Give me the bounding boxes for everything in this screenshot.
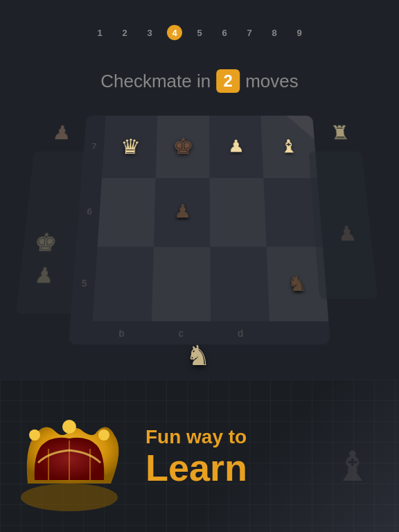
promo-area: Fun way to Learn ♝: [0, 380, 399, 532]
svg-point-0: [21, 484, 118, 511]
page-1[interactable]: 1: [92, 25, 107, 40]
page-5[interactable]: 5: [192, 25, 207, 40]
piece-white-bishop: ♝: [279, 136, 299, 157]
cell-d5[interactable]: [210, 247, 269, 321]
piece-dark-knight: ♞: [286, 271, 307, 296]
svg-point-3: [98, 429, 109, 441]
promo-text: Fun way to Learn: [145, 425, 247, 486]
piece-white-pawn-d7: ♟: [227, 136, 244, 157]
page-6[interactable]: 6: [217, 25, 232, 40]
page-7[interactable]: 7: [242, 25, 257, 40]
moves-number: 2: [216, 69, 240, 93]
piece-dark-king: ♚: [172, 134, 194, 159]
cell-c5[interactable]: [152, 247, 211, 321]
page-3[interactable]: 3: [142, 25, 157, 40]
side-piece-right-top: ♜: [330, 121, 351, 144]
page-9[interactable]: 9: [292, 25, 307, 40]
page-2[interactable]: 2: [117, 25, 132, 40]
chess-icon-br: ♝: [334, 442, 371, 490]
cell-d7[interactable]: ♟: [209, 116, 263, 178]
side-piece-left-top: ♟: [51, 121, 72, 144]
subtitle-suffix: moves: [245, 71, 299, 92]
cell-b7[interactable]: ♛: [102, 116, 157, 178]
page-8[interactable]: 8: [267, 25, 282, 40]
subtitle-prefix: Checkmate in: [100, 71, 211, 92]
knight-piece-bottom: ♞: [186, 339, 211, 371]
svg-point-1: [29, 429, 40, 441]
page-4-active[interactable]: 4: [167, 25, 182, 40]
col-label-b: b: [91, 321, 152, 344]
promo-fun-way: Fun way to: [145, 425, 247, 449]
chess-board[interactable]: 7 ♛ ♚ ♟ ♝ 6 ♟ 5: [69, 116, 330, 344]
svg-point-2: [62, 420, 76, 434]
subtitle: Checkmate in 2 moves: [100, 69, 299, 93]
partial-board-left: [16, 152, 90, 314]
promo-crown: [14, 393, 125, 525]
board-wrapper: 7 ♛ ♚ ♟ ♝ 6 ♟ 5: [69, 116, 330, 344]
promo-learn: Learn: [145, 449, 247, 486]
cell-c7[interactable]: ♚: [156, 116, 210, 178]
cell-d6[interactable]: [210, 178, 267, 247]
piece-dark-pawn-c6: ♟: [173, 201, 190, 222]
pagination: 1 2 3 4 5 6 7 8 9: [92, 25, 307, 40]
cell-c6[interactable]: ♟: [154, 178, 210, 247]
partial-board-right: [309, 152, 378, 299]
piece-white-queen: ♛: [120, 134, 141, 159]
cell-b6[interactable]: [98, 178, 156, 247]
cell-b5[interactable]: [93, 247, 154, 321]
col-label-d: d: [211, 321, 271, 344]
